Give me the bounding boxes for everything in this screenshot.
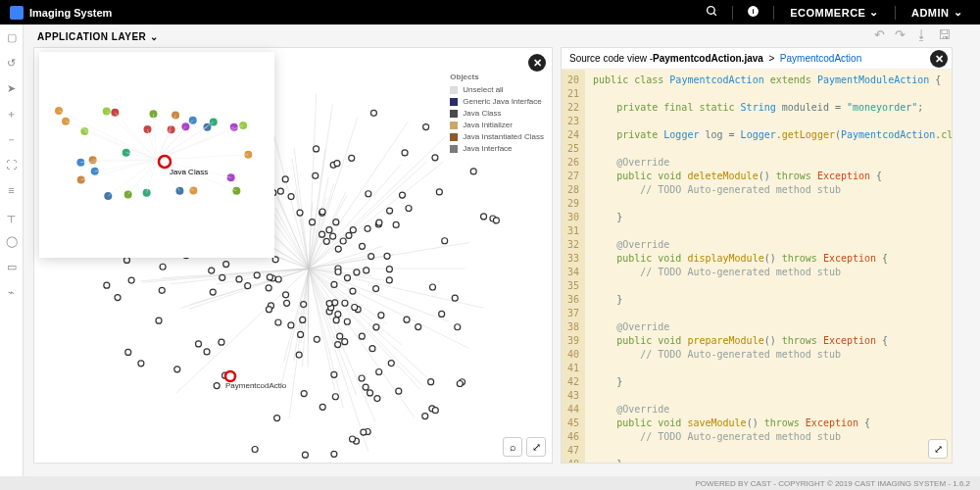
legend-item[interactable]: Unselect all [450, 85, 544, 94]
source-text[interactable]: public class PaymentcodAction extends Pa… [585, 70, 952, 463]
graph-search-button[interactable]: ⌕ [503, 437, 522, 457]
svg-point-224 [376, 369, 382, 375]
svg-point-184 [342, 339, 348, 345]
graph-tool-icon[interactable]: ┬ [5, 209, 19, 222]
legend-item[interactable]: Java Instantiated Class [450, 132, 544, 141]
app-title: Imaging System [29, 7, 112, 19]
chevron-down-icon: ⌄ [869, 6, 879, 19]
code-panel: Source code view - PaymentcodAction.java… [561, 47, 953, 464]
user-menu[interactable]: ADMIN⌄ [911, 6, 962, 19]
svg-point-170 [493, 218, 499, 223]
svg-point-171 [432, 408, 438, 414]
svg-point-232 [310, 220, 316, 225]
svg-line-1 [713, 13, 716, 16]
code-class[interactable]: PaymentcodAction [780, 53, 861, 64]
footer-text: POWERED BY CAST - COPYRIGHT © 2019 CAST … [696, 479, 970, 488]
project-menu[interactable]: ECOMMERCE⌄ [790, 6, 879, 19]
svg-point-103 [326, 227, 332, 233]
svg-point-217 [138, 361, 144, 367]
svg-point-218 [370, 110, 376, 116]
svg-point-124 [319, 404, 325, 410]
svg-point-141 [331, 281, 337, 287]
project-menu-label: ECOMMERCE [790, 7, 865, 19]
svg-line-10 [309, 122, 408, 269]
undo-icon[interactable]: ↶ [874, 27, 885, 42]
legend-label: Unselect all [463, 85, 503, 94]
layer-breadcrumb[interactable]: APPLICATION LAYER ⌄ [37, 31, 159, 42]
info-icon[interactable]: i [747, 5, 760, 21]
svg-line-258 [147, 160, 157, 193]
svg-point-121 [282, 176, 288, 182]
svg-point-154 [245, 283, 251, 289]
svg-line-53 [217, 269, 309, 284]
svg-point-160 [283, 292, 289, 298]
svg-point-265 [91, 168, 99, 175]
svg-point-191 [326, 301, 332, 307]
legend-swatch [450, 133, 458, 141]
svg-point-179 [284, 300, 290, 306]
download-icon[interactable]: ⭳ [915, 27, 928, 42]
svg-point-219 [393, 221, 399, 227]
svg-point-199 [125, 349, 131, 355]
svg-line-246 [153, 114, 157, 160]
chevron-down-icon: ⌄ [150, 31, 159, 42]
layout-tool-icon[interactable]: ≡ [5, 183, 19, 197]
svg-point-94 [387, 208, 393, 214]
svg-line-236 [59, 111, 157, 160]
svg-point-222 [359, 333, 365, 339]
svg-point-221 [277, 188, 283, 194]
save-icon[interactable]: 🖫 [938, 27, 951, 42]
svg-point-194 [396, 388, 402, 394]
graph-close-button[interactable]: ✕ [528, 54, 546, 72]
search-icon[interactable] [706, 5, 718, 21]
code-sep: > [768, 53, 774, 64]
svg-point-277 [181, 122, 189, 130]
graph-expand-button[interactable]: ⤢ [526, 437, 546, 457]
svg-point-111 [104, 282, 110, 288]
pointer-tool-icon[interactable]: ➤ [5, 81, 19, 95]
svg-point-135 [319, 231, 325, 237]
fit-tool-icon[interactable]: ⛶ [5, 158, 19, 172]
zoom-in-icon[interactable]: ＋ [5, 107, 19, 121]
svg-point-172 [335, 246, 341, 252]
svg-point-83 [314, 146, 319, 152]
svg-line-27 [309, 183, 333, 269]
minimap[interactable]: Java Class [39, 52, 274, 258]
svg-point-186 [159, 287, 165, 293]
legend-item[interactable]: Java Class [450, 109, 544, 118]
panel-actions: ↶ ↷ ⭳ 🖫 [874, 27, 951, 42]
legend-item[interactable]: Java Interface [450, 144, 544, 153]
legend-item[interactable]: Java Initializer [450, 121, 544, 129]
svg-point-212 [423, 124, 429, 130]
svg-point-131 [436, 189, 442, 195]
chevron-down-icon: ⌄ [954, 6, 963, 19]
svg-point-118 [323, 238, 329, 244]
filter-tool-icon[interactable]: ◯ [5, 234, 19, 248]
redo-icon[interactable]: ↷ [895, 27, 906, 42]
svg-point-137 [374, 396, 380, 402]
svg-point-129 [384, 253, 390, 259]
svg-point-180 [174, 367, 180, 372]
undo-tool-icon[interactable]: ↺ [5, 56, 19, 70]
minimap-canvas[interactable] [39, 52, 274, 258]
svg-point-183 [214, 383, 220, 389]
code-expand-button[interactable]: ⤢ [928, 439, 948, 459]
code-body[interactable]: 20 21 22 23 24 25 26 27 28 29 30 31 32 3… [562, 70, 952, 463]
legend-item[interactable]: Generic Java Interface [450, 97, 544, 106]
svg-point-115 [442, 238, 448, 244]
svg-point-211 [302, 452, 308, 458]
svg-point-275 [122, 149, 130, 157]
svg-point-188 [196, 341, 202, 347]
svg-line-69 [280, 269, 309, 391]
svg-point-214 [346, 232, 352, 238]
svg-line-262 [115, 113, 157, 160]
code-close-button[interactable]: ✕ [930, 50, 948, 68]
code-tool-icon[interactable]: ⌁ [5, 285, 19, 299]
svg-point-0 [708, 6, 715, 14]
comment-tool-icon[interactable]: ▭ [5, 260, 19, 273]
zoom-out-icon[interactable]: － [5, 132, 19, 146]
svg-line-22 [309, 269, 423, 387]
select-tool-icon[interactable]: ▢ [5, 30, 19, 44]
svg-point-197 [340, 238, 346, 244]
line-gutter: 20 21 22 23 24 25 26 27 28 29 30 31 32 3… [562, 70, 585, 463]
